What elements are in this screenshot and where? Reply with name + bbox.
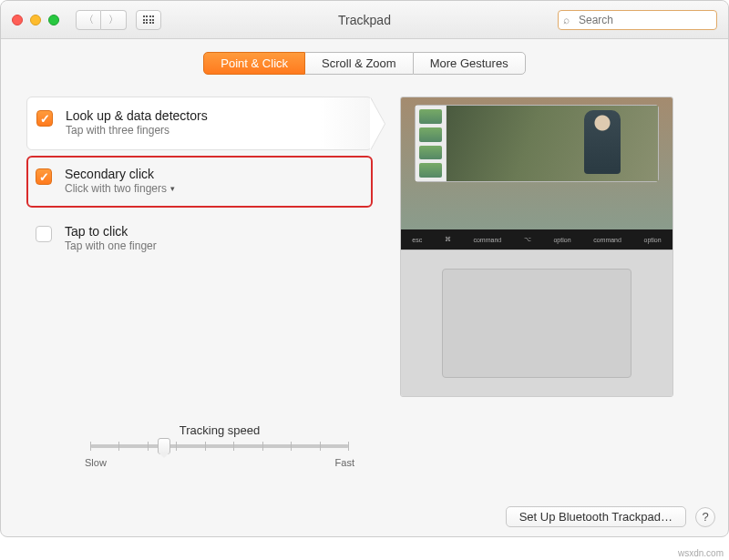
tracking-speed-slider[interactable] [90,444,349,448]
tab-more-gestures[interactable]: More Gestures [413,52,526,75]
preview-touchbar: esc ⌘ command ⌥ option command option [401,229,673,249]
touchbar-key: esc [412,237,422,243]
chevron-down-icon: ▾ [170,184,175,193]
option-look-up[interactable]: Look up & data detectors Tap with three … [26,97,373,150]
touchbar-key: option [553,237,570,243]
preview-thumb [419,163,442,178]
option-secondary-click[interactable]: Secondary click Click with two fingers ▾ [26,156,373,208]
tab-bar: Point & Click Scroll & Zoom More Gesture… [1,52,728,75]
option-subtitle: Tap with one finger [65,239,157,252]
option-tap-to-click[interactable]: Tap to click Tap with one finger [26,213,373,265]
touchbar-key: command [593,237,621,243]
close-icon[interactable] [12,15,23,25]
search-container: ⌕ [558,10,717,30]
checkbox-look-up[interactable] [36,110,53,127]
preview-thumb [419,109,442,124]
option-text: Tap to click Tap with one finger [65,224,157,252]
preview-trackpad-surface [442,269,632,378]
tab-point-and-click[interactable]: Point & Click [203,52,305,75]
checkbox-secondary-click[interactable] [36,168,52,185]
preview-thumb [419,127,442,142]
option-title: Secondary click [65,167,175,181]
grid-icon [143,15,155,24]
option-subtitle: Click with two fingers [65,182,167,195]
option-text: Secondary click Click with two fingers ▾ [65,167,175,195]
zoom-icon[interactable] [48,15,59,25]
preview-image [447,106,659,181]
slider-ticks [90,442,349,451]
preview-trackpad [401,249,673,396]
option-title: Tap to click [65,224,157,239]
nav-buttons: 〈 〉 [76,10,127,30]
touchbar-key: ⌘ [445,236,451,243]
preview-window [415,105,660,182]
footer: Set Up Bluetooth Trackpad… ? [506,506,715,527]
setup-bluetooth-button[interactable]: Set Up Bluetooth Trackpad… [506,506,686,527]
slider-max-label: Fast [335,457,354,468]
touchbar-key: option [644,237,662,243]
preferences-window: 〈 〉 Trackpad ⌕ Point & Click Scroll & Zo… [0,0,729,537]
options-list: Look up & data detectors Tap with three … [26,97,373,397]
titlebar: 〈 〉 Trackpad ⌕ [1,1,728,39]
touchbar-key: command [473,237,501,243]
option-subtitle-dropdown[interactable]: Click with two fingers ▾ [65,182,175,195]
tracking-speed-label: Tracking speed [83,423,356,437]
checkbox-tap-to-click[interactable] [36,226,52,242]
option-text: Look up & data detectors Tap with three … [66,108,208,137]
slider-min-label: Slow [85,457,107,468]
window-controls [12,15,59,25]
preview-screen [401,97,673,229]
help-button[interactable]: ? [695,507,715,527]
option-subtitle: Tap with three fingers [66,124,208,137]
gesture-preview: esc ⌘ command ⌥ option command option [400,97,673,397]
preview-thumb [419,146,442,160]
window-title: Trackpad [338,13,391,27]
touchbar-key: ⌥ [524,236,531,243]
slider-thumb[interactable] [158,438,170,454]
forward-button[interactable]: 〉 [101,10,127,30]
minimize-icon[interactable] [30,15,41,25]
preview-sidebar [416,106,447,181]
back-button[interactable]: 〈 [76,10,101,30]
show-all-button[interactable] [136,10,161,30]
content-area: Look up & data detectors Tap with three … [1,75,728,397]
tab-scroll-and-zoom[interactable]: Scroll & Zoom [305,52,413,75]
slider-end-labels: Slow Fast [83,457,356,468]
search-input[interactable] [558,10,717,30]
option-title: Look up & data detectors [66,108,208,123]
tracking-speed-control: Tracking speed Slow Fast [83,423,356,468]
watermark: wsxdn.com [678,548,724,558]
preview-person-icon [584,110,621,174]
